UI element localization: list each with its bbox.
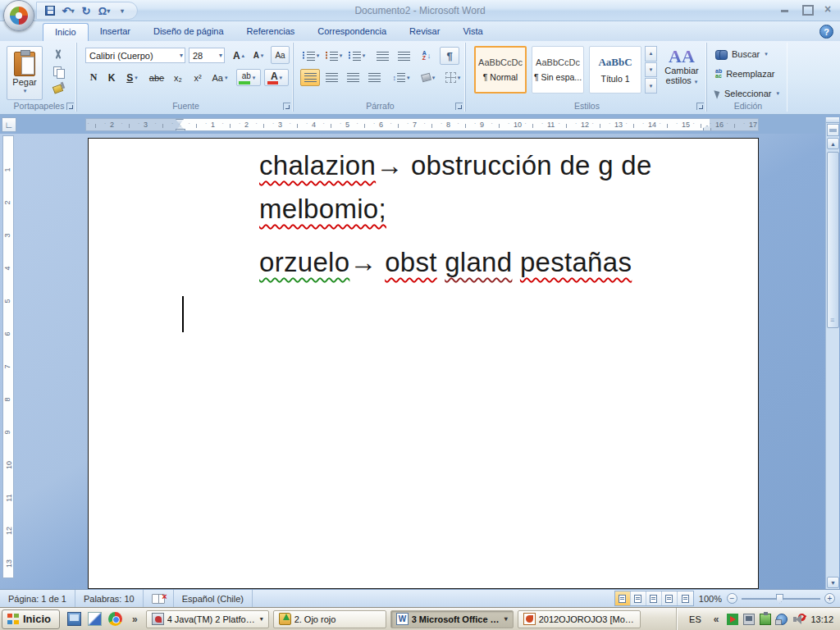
increase-indent-button[interactable] [394, 48, 413, 64]
minimize-button[interactable] [779, 4, 791, 14]
network-tray-icon[interactable] [776, 614, 788, 625]
styles-scroll-up[interactable]: ▲ [645, 46, 657, 62]
tab-vista[interactable]: Vista [451, 23, 494, 41]
bullets-button[interactable]: ▾ [300, 48, 322, 64]
taskbar-button-word[interactable]: 3 Microsoft Office W...▾ [390, 610, 514, 628]
select-button[interactable]: Seleccionar▾ [715, 89, 779, 98]
styles-scroll-down[interactable]: ▼ [645, 62, 657, 78]
format-painter-button[interactable] [49, 80, 67, 95]
find-button[interactable]: Buscar▾ [715, 49, 768, 59]
borders-button[interactable]: ▾ [441, 69, 464, 86]
tab-diseno-de-pagina[interactable]: Diseño de página [142, 23, 235, 41]
line-spacing-button[interactable]: ↕▾ [389, 69, 413, 86]
styles-gallery-more[interactable]: ▼ [645, 78, 657, 94]
paragraph-dialog-launcher[interactable] [455, 103, 463, 110]
strikethrough-button[interactable]: abe [146, 69, 167, 86]
media-tray-icon[interactable] [727, 614, 738, 625]
chrome-icon[interactable] [108, 612, 122, 626]
grow-font-button[interactable]: A▴ [230, 48, 248, 63]
tab-stop-selector[interactable]: ∟ [2, 117, 16, 132]
subscript-button[interactable]: x₂ [169, 69, 187, 86]
underline-button[interactable]: S▾ [121, 69, 143, 86]
zoom-out-button[interactable]: − [727, 593, 737, 604]
tab-referencias[interactable]: Referencias [235, 23, 307, 41]
zoom-level[interactable]: 100% [699, 594, 722, 604]
multilevel-list-button[interactable]: ▾ [346, 48, 368, 64]
help-button[interactable]: ? [819, 25, 833, 39]
display-tray-icon[interactable] [743, 614, 755, 625]
change-case-button[interactable]: Aa▾ [208, 69, 231, 86]
scroll-thumb[interactable] [827, 152, 839, 328]
tab-revisar[interactable]: Revisar [398, 23, 451, 41]
language-bar[interactable]: ES [685, 613, 705, 626]
quick-launch-overflow-chevron[interactable]: » [129, 614, 141, 625]
quick-launch-app-icon[interactable] [88, 612, 102, 626]
volume-muted-icon[interactable] [792, 614, 804, 625]
tab-correspondencia[interactable]: Correspondencia [306, 23, 398, 41]
shrink-font-button[interactable]: A▾ [249, 48, 267, 63]
office-button[interactable] [3, 0, 34, 31]
style-card-1[interactable]: AaBbCcDc¶ Sin espa... [532, 46, 584, 94]
scroll-down-button[interactable]: ▼ [827, 577, 839, 588]
font-size-combo[interactable]: 28▾ [189, 48, 225, 63]
align-left-button[interactable] [300, 69, 320, 86]
draft-view-button[interactable] [678, 591, 693, 605]
tab-inicio[interactable]: Inicio [43, 23, 89, 41]
language-indicator[interactable]: Español (Chile) [174, 590, 253, 607]
zoom-slider-track[interactable] [742, 598, 820, 600]
document-page[interactable]: chalazion→ obstrucción de g demelbomio;o… [88, 138, 759, 589]
power-tray-icon[interactable] [760, 614, 771, 625]
highlight-button[interactable]: ab▾ [236, 69, 261, 86]
decrease-indent-button[interactable] [372, 48, 392, 64]
font-color-button[interactable]: A▾ [264, 69, 289, 86]
styles-dialog-launcher[interactable] [696, 103, 704, 110]
show-desktop-icon[interactable] [67, 612, 81, 626]
style-card-2[interactable]: AaBbCTítulo 1 [589, 46, 641, 94]
page-indicator[interactable]: Página: 1 de 1 [0, 590, 75, 607]
align-center-button[interactable] [322, 69, 341, 86]
ruler-mark: 11 [5, 494, 13, 501]
superscript-button[interactable]: x² [189, 69, 207, 86]
taskbar-button-ojo-rojo[interactable]: 2. Ojo rojo [273, 610, 386, 628]
shading-button[interactable]: ▾ [417, 69, 440, 86]
restore-button[interactable] [801, 4, 812, 14]
tray-collapse-chevron[interactable]: « [710, 614, 723, 625]
clipboard-dialog-launcher[interactable] [66, 103, 74, 110]
zoom-slider-thumb[interactable] [776, 594, 783, 604]
hanging-indent-marker[interactable] [176, 126, 184, 131]
sort-button[interactable]: AZ↓ [417, 48, 436, 64]
taskbar-button-java[interactable]: 4 Java(TM) 2 Platform ...▾ [146, 610, 269, 628]
copy-button[interactable] [49, 64, 67, 79]
taskbar-group-dropdown-icon[interactable]: ▾ [504, 615, 508, 623]
taskbar-group-dropdown-icon[interactable]: ▾ [260, 615, 263, 623]
clear-formatting-button[interactable]: Aa [271, 46, 290, 64]
font-name-combo[interactable]: Calibri (Cuerpo)▾ [85, 48, 185, 63]
print-layout-view-button[interactable] [615, 591, 631, 605]
taskbar-button-powerpoint[interactable]: 2012OJOROJO3 [Modo ... [518, 610, 641, 628]
style-card-0[interactable]: AaBbCcDc¶ Normal [474, 46, 527, 94]
v-scrollbar[interactable]: ▲ ▼ [825, 117, 839, 589]
web-layout-view-button[interactable] [646, 591, 662, 605]
italic-button[interactable]: K [103, 69, 120, 86]
font-dialog-launcher[interactable] [283, 103, 290, 110]
cut-button[interactable] [49, 48, 67, 62]
fullscreen-reading-view-button[interactable] [631, 591, 646, 605]
replace-button[interactable]: abacReemplazar [715, 69, 774, 79]
close-button[interactable]: × [822, 4, 833, 14]
ruler-toggle-button[interactable] [827, 124, 839, 136]
scroll-up-button[interactable]: ▲ [827, 138, 839, 149]
outline-view-button[interactable] [662, 591, 678, 605]
word-count[interactable]: Palabras: 10 [75, 590, 144, 607]
tab-insertar[interactable]: Insertar [89, 23, 142, 41]
start-button[interactable]: Inicio [2, 609, 60, 629]
justify-button[interactable] [364, 69, 384, 86]
align-right-button[interactable] [343, 69, 363, 86]
numbering-button[interactable]: ▾ [323, 48, 345, 64]
spell-check-status[interactable] [144, 590, 174, 607]
bold-button[interactable]: N [85, 69, 102, 86]
split-handle[interactable] [826, 117, 839, 123]
zoom-in-button[interactable]: + [824, 593, 835, 604]
change-styles-button[interactable]: AA Cambiar estilos ▾ [660, 48, 704, 85]
paste-button[interactable]: Pegar ▾ [7, 46, 43, 100]
show-marks-button[interactable]: ¶ [440, 47, 459, 65]
